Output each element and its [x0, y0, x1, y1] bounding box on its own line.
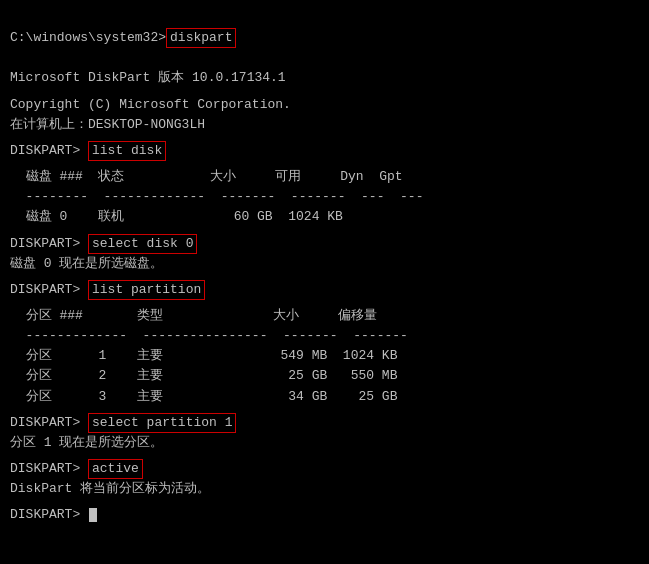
- part-sep: ------------- ---------------- ------- -…: [10, 326, 639, 346]
- prompt1: DISKPART>: [10, 141, 88, 161]
- initial-cmd-line: C:\windows\system32>diskpart: [10, 8, 639, 68]
- prompt6: DISKPART>: [10, 505, 88, 525]
- initial-prompt: C:\windows\system32>: [10, 28, 166, 48]
- machine-line: 在计算机上：DESKTOP-NONG3LH: [10, 115, 639, 135]
- part-row1: 分区 1 主要 549 MB 1024 KB: [10, 346, 639, 366]
- diskpart-cmd: diskpart: [166, 28, 236, 48]
- part-row3: 分区 3 主要 34 GB 25 GB: [10, 387, 639, 407]
- final-prompt-line: DISKPART>: [10, 505, 639, 525]
- active-msg: DiskPart 将当前分区标为活动。: [10, 479, 639, 499]
- part-row2: 分区 2 主要 25 GB 550 MB: [10, 366, 639, 386]
- select-disk-cmd: select disk 0: [88, 234, 197, 254]
- disk-header: 磁盘 ### 状态 大小 可用 Dyn Gpt: [10, 167, 639, 187]
- select-disk-prompt-line: DISKPART> select disk 0: [10, 234, 639, 254]
- list-disk-prompt-line: DISKPART> list disk: [10, 141, 639, 161]
- select-disk-msg: 磁盘 0 现在是所选磁盘。: [10, 254, 639, 274]
- active-prompt-line: DISKPART> active: [10, 459, 639, 479]
- list-partition-prompt-line: DISKPART> list partition: [10, 280, 639, 300]
- part-header: 分区 ### 类型 大小 偏移量: [10, 306, 639, 326]
- select-partition-prompt-line: DISKPART> select partition 1: [10, 413, 639, 433]
- prompt3: DISKPART>: [10, 280, 88, 300]
- prompt2: DISKPART>: [10, 234, 88, 254]
- version-line: Microsoft DiskPart 版本 10.0.17134.1: [10, 68, 639, 88]
- copyright-line: Copyright (C) Microsoft Corporation.: [10, 95, 639, 115]
- list-partition-cmd: list partition: [88, 280, 205, 300]
- disk-row: 磁盘 0 联机 60 GB 1024 KB: [10, 207, 639, 227]
- list-disk-cmd: list disk: [88, 141, 166, 161]
- select-partition-cmd: select partition 1: [88, 413, 236, 433]
- cursor: [89, 508, 97, 522]
- disk-sep: -------- ------------- ------- ------- -…: [10, 187, 639, 207]
- select-part-msg: 分区 1 现在是所选分区。: [10, 433, 639, 453]
- prompt5: DISKPART>: [10, 459, 88, 479]
- prompt4: DISKPART>: [10, 413, 88, 433]
- active-cmd: active: [88, 459, 143, 479]
